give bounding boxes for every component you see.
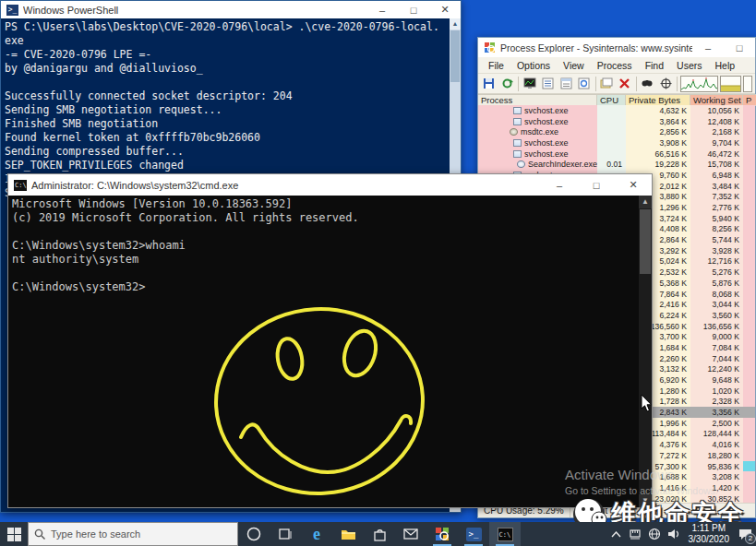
taskbar-item-file-explorer[interactable] — [332, 522, 364, 546]
tray-expand-chevron-icon[interactable] — [606, 522, 626, 546]
working-set-cell: 2,328 K — [690, 397, 743, 408]
working-set-cell: 3,560 K — [690, 310, 743, 321]
pid-cell: 58 — [743, 310, 755, 321]
working-set-cell: 12,408 K — [690, 116, 743, 127]
maximize-button[interactable]: □ — [398, 1, 429, 18]
console-line: exe — [5, 34, 461, 48]
taskbar-item-mail[interactable] — [395, 522, 426, 546]
taskbar-item-cortana[interactable] — [238, 522, 270, 546]
menu-item-find[interactable]: Find — [639, 60, 670, 71]
cmd-scrollbar[interactable]: ▲ ▼ — [639, 196, 652, 507]
process-name-cell: msdtc.exe — [478, 126, 597, 137]
private-bytes-cell: 2,856 K — [626, 126, 690, 137]
process-row[interactable]: SearchIndexer.exe0.0119,228 K15,708 K60 — [478, 159, 755, 170]
taskbar-item-store[interactable] — [364, 522, 395, 546]
find-window-icon[interactable] — [657, 76, 674, 92]
console-line — [12, 267, 639, 280]
menu-item-process[interactable]: Process — [591, 60, 639, 71]
maximize-button[interactable]: □ — [578, 174, 615, 196]
refresh-icon[interactable] — [499, 76, 516, 92]
taskbar-item-process-explorer[interactable] — [426, 522, 458, 546]
console-line: by @danigargu and @dialluvioso_ — [5, 62, 461, 76]
pid-cell: 94 — [743, 299, 755, 310]
view-dlls-icon[interactable] — [540, 76, 557, 92]
minimize-button[interactable]: – — [692, 38, 724, 57]
process-row[interactable]: svchost.exe4,632 K10,056 K43 — [478, 105, 755, 116]
find-handle-icon[interactable] — [640, 76, 656, 92]
scroll-down-icon[interactable]: ▼ — [639, 494, 652, 507]
network-globe-icon[interactable] — [645, 522, 665, 546]
working-set-cell: 9,648 K — [690, 374, 743, 386]
private-bytes-cell: 19,228 K — [626, 159, 690, 170]
mail-icon — [403, 528, 418, 540]
action-center-button[interactable]: 2 — [734, 522, 756, 546]
kill-process-icon[interactable] — [617, 76, 633, 92]
taskbar-clock[interactable]: 1:11 PM 3/30/2020 — [684, 523, 735, 545]
working-set-cell: 12,240 K — [690, 364, 743, 375]
pid-cell: 81 — [743, 353, 755, 364]
taskbar-item-cmd[interactable]: C:\ — [489, 522, 521, 546]
pid-cell: 25 — [743, 331, 755, 342]
cpu-graph[interactable] — [680, 76, 718, 92]
working-set-cell: 8,068 K — [690, 289, 743, 300]
cmd-window: C:\ Administrator: C:\Windows\system32\c… — [7, 173, 653, 508]
working-set-cell: 1,420 K — [690, 482, 743, 493]
process-row[interactable]: svchost.exe3,908 K9,704 K55 — [478, 137, 755, 148]
properties-icon[interactable] — [599, 76, 616, 92]
start-button[interactable] — [0, 522, 28, 546]
window-process-icon — [513, 107, 522, 114]
process-row[interactable]: svchost.exe3,864 K12,408 K47 — [478, 116, 755, 127]
pid-cell: 53 — [743, 267, 755, 278]
menu-item-options[interactable]: Options — [510, 60, 557, 71]
view-handles-icon[interactable] — [558, 76, 574, 92]
scroll-up-icon[interactable]: ▲ — [450, 18, 461, 30]
memory-graph[interactable] — [720, 76, 741, 92]
minimize-button[interactable]: – — [541, 174, 578, 196]
taskbar: Type here to search e >_ C:\ — [0, 522, 756, 546]
scrollbar-thumb[interactable] — [640, 209, 651, 274]
pid-cell: 45 — [743, 126, 755, 137]
working-set-cell: 3,044 K — [690, 299, 743, 310]
pid-cell: 89 — [743, 364, 755, 375]
taskbar-item-powershell[interactable]: >_ — [458, 522, 489, 546]
powershell-title: Windows PowerShell — [23, 5, 366, 16]
taskbar-item-task-view[interactable] — [270, 522, 301, 546]
working-set-cell: 18,280 K — [690, 450, 743, 461]
menu-item-users[interactable]: Users — [670, 60, 708, 71]
pid-cell: 77 — [743, 471, 755, 482]
ethernet-icon[interactable] — [626, 522, 645, 546]
menu-item-help[interactable]: Help — [708, 60, 741, 71]
working-set-cell: 46,472 K — [690, 148, 743, 160]
working-set-cell: 5,744 K — [690, 234, 743, 245]
powershell-titlebar[interactable]: >_ Windows PowerShell – □ ✕ — [1, 1, 461, 18]
process-name-cell: svchost.exe — [478, 148, 597, 160]
maximize-button[interactable]: □ — [724, 38, 755, 57]
pid-cell: 85 — [743, 418, 755, 429]
pid-cell: 76 — [743, 321, 755, 332]
volume-icon[interactable] — [665, 522, 684, 546]
menu-item-view[interactable]: View — [557, 60, 591, 71]
close-button[interactable]: ✕ — [615, 174, 652, 196]
minimize-button[interactable]: – — [366, 1, 398, 18]
view-lower-pane-icon[interactable] — [576, 76, 593, 92]
process-row[interactable]: msdtc.exe2,856 K2,168 K45 — [478, 126, 755, 137]
io-graph[interactable] — [743, 76, 752, 92]
system-information-icon[interactable] — [522, 76, 538, 92]
taskbar-search[interactable]: Type here to search — [28, 522, 238, 546]
console-line: C:\Windows\system32> — [12, 280, 639, 294]
menu-item-file[interactable]: File — [482, 60, 510, 71]
working-set-cell: 7,352 K — [690, 192, 743, 203]
cmd-console-output[interactable]: Microsoft Windows [Version 10.0.18363.59… — [8, 196, 639, 507]
pid-cell: 55 — [743, 202, 755, 213]
private-bytes-cell: 3,908 K — [626, 137, 690, 148]
working-set-cell: 7,044 K — [690, 353, 743, 364]
taskbar-item-edge[interactable]: e — [301, 522, 332, 546]
cmd-titlebar[interactable]: C:\ Administrator: C:\Windows\system32\c… — [8, 174, 652, 196]
scroll-up-icon[interactable]: ▲ — [639, 196, 652, 208]
process-row[interactable]: svchost.exe66,516 K46,472 K50 — [478, 148, 755, 160]
scrollbar-thumb[interactable] — [450, 30, 460, 82]
close-button[interactable]: ✕ — [429, 1, 461, 18]
file-explorer-icon — [341, 528, 356, 540]
save-icon[interactable] — [481, 76, 498, 92]
process-explorer-titlebar[interactable]: Process Explorer - Sysinternals: www.sys… — [478, 38, 755, 57]
